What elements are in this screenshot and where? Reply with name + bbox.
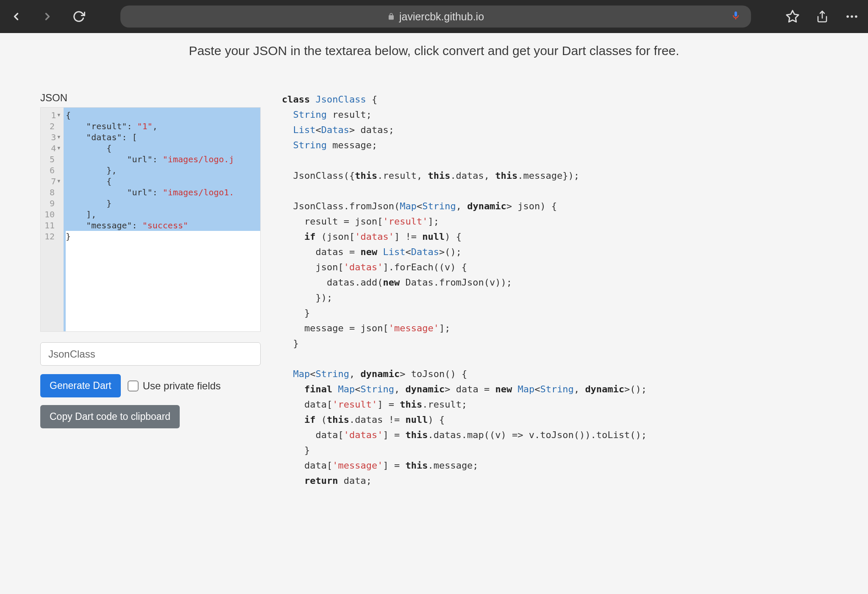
copy-clipboard-button[interactable]: Copy Dart code to clipboard — [40, 405, 180, 428]
page-headline: Paste your JSON in the textarea below, c… — [17, 44, 851, 58]
dart-line: datas = new List<Datas>(); — [282, 244, 828, 260]
gutter-line: 3▼ — [42, 132, 60, 143]
dart-line: data['result'] = this.result; — [282, 397, 828, 412]
fold-marker-icon[interactable]: ▼ — [57, 132, 60, 143]
lock-icon — [387, 13, 395, 20]
back-button[interactable] — [8, 9, 24, 24]
forward-button[interactable] — [40, 9, 55, 24]
bookmark-button[interactable] — [785, 9, 800, 24]
dart-line: JsonClass({this.result, this.datas, this… — [282, 168, 828, 183]
gutter-line: 9 — [42, 198, 60, 209]
dart-line: class JsonClass { — [282, 92, 828, 107]
dart-line: datas.add(new Datas.fromJson(v)); — [282, 275, 828, 290]
dart-line: JsonClass.fromJson(Map<String, dynamic> … — [282, 199, 828, 214]
dart-line: } — [282, 443, 828, 458]
nav-button-group — [8, 9, 86, 24]
dart-line: }); — [282, 290, 828, 305]
code-line: "message": "success" — [66, 220, 260, 231]
gutter: 1▼23▼4▼567▼89101112 — [41, 108, 64, 331]
code-line: { — [66, 176, 260, 187]
fold-marker-icon[interactable]: ▼ — [57, 143, 60, 154]
dart-line — [282, 153, 828, 168]
private-fields-label: Use private fields — [143, 380, 221, 392]
dart-line: data['datas'] = this.datas.map((v) => v.… — [282, 427, 828, 443]
address-bar[interactable]: javiercbk.github.io — [120, 6, 751, 28]
left-column: JSON 1▼23▼4▼567▼89101112 { "result": "1"… — [40, 92, 261, 489]
more-button[interactable] — [844, 9, 860, 24]
gutter-line: 8 — [42, 187, 60, 198]
dart-line: result = json['result']; — [282, 214, 828, 229]
dart-line: String message; — [282, 138, 828, 153]
browser-toolbar: javiercbk.github.io — [0, 0, 868, 33]
svg-marker-0 — [787, 11, 798, 22]
gutter-line: 4▼ — [42, 143, 60, 154]
dart-line — [282, 351, 828, 366]
gutter-line: 6 — [42, 165, 60, 176]
json-code-area[interactable]: { "result": "1", "datas": [ { "url": "im… — [64, 108, 260, 331]
code-line: } — [66, 198, 260, 209]
code-line: }, — [66, 165, 260, 176]
dart-line: message = json['message']; — [282, 321, 828, 336]
dart-line: json['datas'].forEach((v) { — [282, 260, 828, 275]
class-name-input[interactable] — [40, 342, 261, 366]
url-text: javiercbk.github.io — [399, 11, 484, 23]
private-fields-option[interactable]: Use private fields — [128, 380, 221, 392]
code-line: { — [66, 143, 260, 154]
share-button[interactable] — [815, 9, 830, 24]
dart-line — [282, 183, 828, 199]
dart-line: List<Datas> datas; — [282, 122, 828, 138]
code-line: "result": "1", — [66, 121, 260, 132]
reload-button[interactable] — [71, 9, 86, 24]
dart-output[interactable]: class JsonClass { String result; List<Da… — [282, 92, 828, 489]
dart-line: if (json['datas'] != null) { — [282, 229, 828, 244]
controls-row: Generate Dart Use private fields — [40, 374, 261, 397]
dart-line: data['message'] = this.message; — [282, 458, 828, 473]
code-line: "datas": [ — [66, 132, 260, 143]
mic-icon[interactable] — [731, 11, 741, 22]
fold-marker-icon[interactable]: ▼ — [57, 176, 60, 187]
dart-line: } — [282, 336, 828, 351]
gutter-line: 2 — [42, 121, 60, 132]
json-editor[interactable]: 1▼23▼4▼567▼89101112 { "result": "1", "da… — [40, 107, 261, 332]
code-line: ], — [66, 209, 260, 220]
dart-line: Map<String, dynamic> toJson() { — [282, 366, 828, 382]
right-column: class JsonClass { String result; List<Da… — [282, 92, 828, 489]
code-line: "url": "images/logo1. — [66, 187, 260, 198]
gutter-line: 10 — [42, 209, 60, 220]
svg-point-3 — [851, 15, 853, 18]
code-line: } — [66, 231, 260, 242]
code-line: "url": "images/logo.j — [66, 154, 260, 165]
fold-marker-icon[interactable]: ▼ — [57, 110, 60, 121]
gutter-line: 7▼ — [42, 176, 60, 187]
gutter-line: 11 — [42, 220, 60, 231]
dart-line: String result; — [282, 107, 828, 122]
code-line: { — [66, 110, 260, 121]
gutter-line: 1▼ — [42, 110, 60, 121]
dart-line: if (this.datas != null) { — [282, 412, 828, 427]
svg-point-4 — [855, 15, 857, 18]
dart-line: final Map<String, dynamic> data = new Ma… — [282, 382, 828, 397]
generate-dart-button[interactable]: Generate Dart — [40, 374, 121, 397]
browser-right-icons — [785, 9, 860, 24]
page-content: Paste your JSON in the textarea below, c… — [0, 33, 868, 499]
private-fields-checkbox[interactable] — [128, 380, 139, 391]
gutter-line: 12 — [42, 231, 60, 242]
dart-line: } — [282, 305, 828, 321]
svg-point-2 — [846, 15, 849, 18]
gutter-line: 5 — [42, 154, 60, 165]
columns: JSON 1▼23▼4▼567▼89101112 { "result": "1"… — [17, 92, 851, 489]
json-section-label: JSON — [40, 92, 261, 104]
dart-line: return data; — [282, 473, 828, 489]
